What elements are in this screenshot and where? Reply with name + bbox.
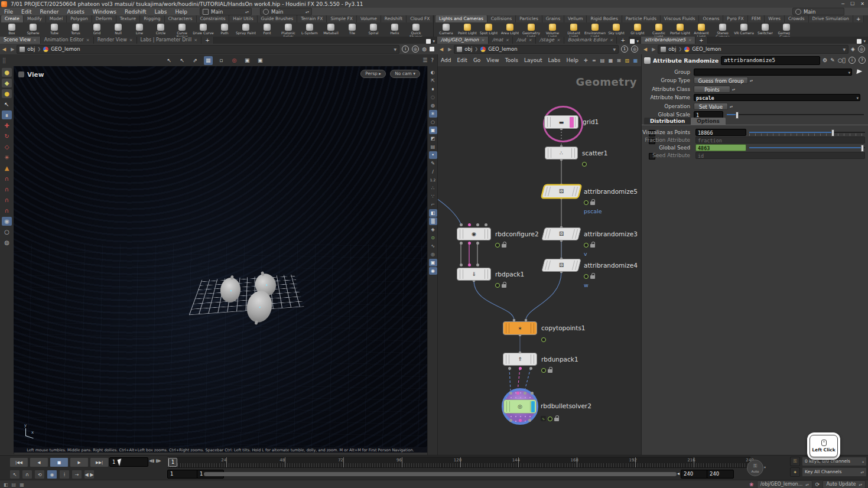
shelf-tab-create[interactable]: Create [1, 15, 24, 22]
prim-normals-icon[interactable]: ∵ [429, 193, 437, 200]
fraction-attribute-input[interactable]: fraction [695, 136, 865, 144]
lock-badge[interactable] [502, 284, 506, 288]
brush-icon[interactable]: ✎ [830, 57, 835, 63]
global-seed-slider[interactable] [749, 144, 865, 151]
close-tab-icon[interactable]: × [194, 37, 197, 44]
shelf-tab-deform[interactable]: Deform [92, 15, 116, 22]
go-start-button[interactable]: |◀◀ [9, 457, 28, 467]
message-log-icon[interactable]: ▤ [12, 482, 17, 487]
close-tab-icon[interactable]: × [688, 37, 691, 44]
node-rbdconfigure2[interactable]: ◉ [457, 227, 491, 240]
grid-display-icon[interactable]: ▦ [607, 57, 614, 64]
curve-hull-icon[interactable]: ⌐ [429, 201, 437, 209]
shadows-icon[interactable]: ◩ [429, 135, 437, 142]
right-desktop-dropdown[interactable]: Main [792, 8, 844, 15]
list-mode-icon[interactable]: ≡ [591, 57, 597, 64]
path-node[interactable]: GEO_lemon [488, 46, 517, 52]
shelf-tab-texture[interactable]: Texture [116, 15, 140, 22]
shelf-tab-grains[interactable]: Grains [542, 15, 564, 22]
shelf-tab-fem[interactable]: FEM [748, 15, 765, 22]
global-scale-slider[interactable] [727, 111, 864, 118]
shelf-tool-null[interactable]: Null [108, 23, 129, 35]
global-start-input[interactable]: 1 [167, 470, 198, 479]
badges-icon[interactable]: ⊞ [616, 57, 622, 64]
realtime-toggle-icon[interactable]: ◉ [47, 470, 57, 479]
translate-handle-icon[interactable]: ⇗ [191, 56, 200, 65]
globe-icon[interactable]: ◍ [422, 46, 427, 52]
lighting-icon[interactable]: ✳ [429, 110, 437, 118]
time-dependent-badge[interactable] [495, 243, 500, 248]
net-menu-tools[interactable]: Tools [502, 57, 521, 63]
shelf-tab-viscous-fluids[interactable]: Viscous Fluids [661, 15, 700, 22]
info-icon[interactable]: i [849, 57, 856, 64]
new-pane-tab-button[interactable]: + [201, 37, 214, 44]
lock-badge[interactable] [554, 418, 559, 421]
path-context[interactable]: obj [27, 46, 35, 52]
shelf-tab-volume[interactable]: Volume [357, 15, 381, 22]
snap-magnet-grid-icon[interactable]: ∩ [2, 174, 12, 183]
pane-split-icon[interactable] [630, 39, 635, 44]
shelf-tab-polygon[interactable]: Polygon [67, 15, 92, 22]
audio-icon[interactable]: ∩ [22, 470, 32, 479]
net-menu-labs[interactable]: Labs [545, 57, 564, 63]
shelf-tool-vr-camera[interactable]: VR Camera [733, 23, 755, 35]
pane-split-icon[interactable] [857, 39, 862, 44]
follow-playhead-icon[interactable]: → [71, 470, 82, 479]
shelf-tab-particles[interactable]: Particles [516, 15, 542, 22]
network-canvas[interactable]: Geometry ▬grid1∴scatter1⚄attribrandomize… [437, 66, 642, 455]
node-attribrandomize3[interactable]: ⚄ [541, 227, 581, 240]
pane-tab-attribrandomize5[interactable]: attribrandomize5× [641, 37, 695, 44]
snapshot-1-icon[interactable]: 1 [621, 45, 628, 53]
group-select-arrow-icon[interactable] [856, 69, 862, 74]
playhead[interactable]: 1 [168, 458, 177, 467]
handles-icon[interactable]: ▦ [204, 56, 213, 65]
pane-tab-mat[interactable]: /mat× [489, 37, 513, 44]
net-menu-go[interactable]: Go [470, 57, 483, 63]
shelf-tool-stereo-camera[interactable]: Stereo Camera [712, 23, 733, 37]
shelf-tab-hair-utils[interactable]: Hair Utils [229, 15, 257, 22]
export-view-icon[interactable]: ⇱ [429, 77, 437, 84]
shelf-tab-wires[interactable]: Wires [765, 15, 785, 22]
no-cam-button[interactable]: No cam ▾ [390, 70, 420, 78]
pane-tab-obj-geo-lemon[interactable]: /obj/GEO_lemon× [437, 37, 489, 44]
new-pane-tab-button[interactable]: + [617, 37, 629, 44]
display-flag[interactable] [531, 401, 535, 412]
select-arrow-icon[interactable]: ↖ [2, 100, 12, 109]
snap-magnet-prim-icon[interactable]: ∩ [2, 206, 12, 215]
forward-arrow-icon[interactable]: ▶ [448, 47, 451, 52]
shelf-tool-sky-light[interactable]: Sky Light [606, 23, 627, 35]
pin-icon[interactable]: ◈ [851, 46, 855, 52]
group-input[interactable]: ▼ [694, 69, 852, 76]
menu-help[interactable]: Help [171, 9, 192, 15]
close-tab-icon[interactable]: × [528, 37, 532, 44]
shelf-tab-cloud-fx[interactable]: Cloud FX [407, 15, 433, 22]
back-arrow-icon[interactable]: ◀ [440, 47, 443, 52]
shelf-tool-caustic-light[interactable]: Caustic Light [648, 23, 669, 37]
time-dependent-badge[interactable] [495, 283, 500, 288]
shelf-tab-oceans[interactable]: Oceans [699, 15, 723, 22]
shelf-tab-lights-and-cameras[interactable]: Lights and Cameras [435, 15, 487, 22]
memory-icon[interactable]: ▦ [19, 482, 24, 487]
shelf-tool-spiral[interactable]: Spiral [363, 23, 384, 35]
chevron-down-icon[interactable]: ▼ [613, 47, 616, 51]
pane-tab-render-view[interactable]: Render View× [94, 37, 137, 44]
shelf-tab-modify[interactable]: Modify [24, 15, 46, 22]
magnifier-icon[interactable]: ○⃮ [838, 57, 846, 63]
shelf-tool-helix[interactable]: Helix [384, 23, 405, 35]
rotate-icon[interactable]: ↻ [2, 132, 12, 141]
shelf-tool-volume-light[interactable]: Volume Light [542, 23, 563, 37]
menu-labs[interactable]: Labs [151, 9, 171, 15]
substep-buttons[interactable]: ◀▮ ▮▶ [149, 458, 161, 463]
shelf-tool-tube[interactable]: Tube [44, 23, 65, 35]
range-slider[interactable] [204, 472, 677, 476]
auto-key-button[interactable]: ⚿ Auto [747, 460, 763, 476]
checker-background-icon[interactable]: ▒ [429, 217, 437, 225]
shelf-tool-torus[interactable]: Torus [65, 23, 86, 35]
compass-icon[interactable]: ◎ [858, 45, 865, 53]
shelf-tool-portal-light[interactable]: Portal Light [669, 23, 691, 35]
chevron-down-icon[interactable]: ▼ [843, 47, 846, 51]
net-menu-add[interactable]: Add [438, 57, 454, 63]
recent-tool-gold-icon[interactable]: ● [2, 89, 12, 98]
shelf-tool-draw-curve[interactable]: Draw Curve [193, 23, 214, 35]
snapshot-icon[interactable]: ▤ [429, 143, 437, 151]
